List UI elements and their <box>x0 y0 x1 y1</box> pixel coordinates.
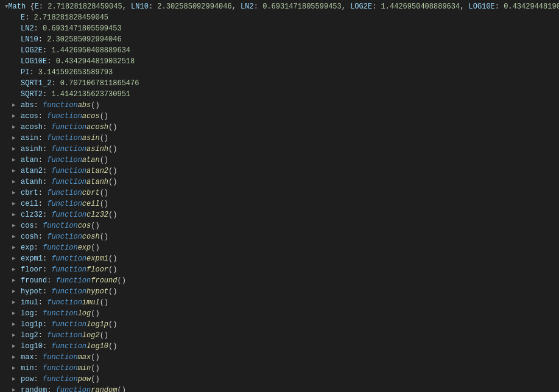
fn-acos[interactable]: ▶ acos: function acos() <box>0 111 559 122</box>
fn-exp-arrow[interactable]: ▶ <box>12 243 21 253</box>
fn-asinh-arrow[interactable]: ▶ <box>12 144 21 154</box>
fn-min[interactable]: ▶ min: function min() <box>0 363 559 374</box>
fn-floor[interactable]: ▶ floor: function floor() <box>0 264 559 275</box>
fn-pow[interactable]: ▶ pow: function pow() <box>0 374 559 385</box>
math-object-header[interactable]: ▼ Math { E: 2.718281828459045 , LN10: 2.… <box>0 1 559 12</box>
prop-e: ▶ E: 2.718281828459045 <box>0 12 559 23</box>
fn-expm1[interactable]: ▶ expm1: function expm1() <box>0 253 559 264</box>
prop-pi: ▶ PI: 3.141592653589793 <box>0 67 559 78</box>
fn-clz32-arrow[interactable]: ▶ <box>12 210 21 220</box>
fn-log10-arrow[interactable]: ▶ <box>12 341 21 351</box>
fn-log[interactable]: ▶ log: function log() <box>0 308 559 319</box>
fn-atan-arrow[interactable]: ▶ <box>12 155 21 165</box>
fn-atan2-arrow[interactable]: ▶ <box>12 166 21 176</box>
fn-acosh-arrow[interactable]: ▶ <box>12 122 21 132</box>
fn-random-arrow[interactable]: ▶ <box>12 385 21 392</box>
fn-imul-arrow[interactable]: ▶ <box>12 298 21 307</box>
fn-clz32[interactable]: ▶ clz32: function clz32() <box>0 209 559 220</box>
fn-expm1-arrow[interactable]: ▶ <box>12 254 21 264</box>
fn-max-arrow[interactable]: ▶ <box>12 352 21 362</box>
fn-log2-arrow[interactable]: ▶ <box>12 331 21 340</box>
prop-log2e: ▶ LOG2E: 1.4426950408889634 <box>0 45 559 56</box>
console-panel[interactable]: ▼ Math { E: 2.718281828459045 , LN10: 2.… <box>0 0 559 392</box>
fn-min-arrow[interactable]: ▶ <box>12 363 21 373</box>
fn-acos-arrow[interactable]: ▶ <box>12 111 21 121</box>
fn-log-arrow[interactable]: ▶ <box>12 309 21 318</box>
fn-cos[interactable]: ▶ cos: function cos() <box>0 220 559 231</box>
fn-acosh[interactable]: ▶ acosh: function acosh() <box>0 122 559 133</box>
fn-atan2[interactable]: ▶ atan2: function atan2() <box>0 166 559 177</box>
prop-sqrt2: ▶ SQRT2: 1.4142135623730951 <box>0 89 559 100</box>
fn-abs-arrow[interactable]: ▶ <box>12 100 21 110</box>
prop-log10e: ▶ LOG10E: 0.4342944819032518 <box>0 56 559 67</box>
fn-atanh[interactable]: ▶ atanh: function atanh() <box>0 177 559 187</box>
fn-log10[interactable]: ▶ log10: function log10() <box>0 341 559 352</box>
fn-atanh-arrow[interactable]: ▶ <box>12 177 21 187</box>
fn-asinh[interactable]: ▶ asinh: function asinh() <box>0 144 559 155</box>
fn-fround-arrow[interactable]: ▶ <box>12 276 21 285</box>
fn-pow-arrow[interactable]: ▶ <box>12 374 21 384</box>
fn-cos-arrow[interactable]: ▶ <box>12 221 21 231</box>
fn-cbrt[interactable]: ▶ cbrt: function cbrt() <box>0 187 559 198</box>
fn-log1p[interactable]: ▶ log1p: function log1p() <box>0 319 559 330</box>
fn-asin-arrow[interactable]: ▶ <box>12 133 21 143</box>
fn-exp[interactable]: ▶ exp: function exp() <box>0 242 559 253</box>
fn-ceil-arrow[interactable]: ▶ <box>12 199 21 209</box>
fn-hypot[interactable]: ▶ hypot: function hypot() <box>0 286 559 297</box>
fn-random[interactable]: ▶ random: function random() <box>0 385 559 392</box>
fn-log2[interactable]: ▶ log2: function log2() <box>0 330 559 341</box>
fn-atan[interactable]: ▶ atan: function atan() <box>0 155 559 166</box>
fn-asin[interactable]: ▶ asin: function asin() <box>0 133 559 144</box>
fn-ceil[interactable]: ▶ ceil: function ceil() <box>0 198 559 209</box>
fn-cbrt-arrow[interactable]: ▶ <box>12 188 21 198</box>
fn-cosh-arrow[interactable]: ▶ <box>12 232 21 242</box>
fn-abs[interactable]: ▶ abs: function abs() <box>0 100 559 111</box>
fn-log1p-arrow[interactable]: ▶ <box>12 320 21 329</box>
fn-cosh[interactable]: ▶ cosh: function cosh() <box>0 231 559 242</box>
fn-hypot-arrow[interactable]: ▶ <box>12 287 21 296</box>
prop-sqrt12: ▶ SQRT1_2: 0.7071067811865476 <box>0 78 559 89</box>
fn-max[interactable]: ▶ max: function max() <box>0 352 559 363</box>
prop-ln10: ▶ LN10: 2.302585092994046 <box>0 34 559 45</box>
prop-ln2: ▶ LN2: 0.6931471805599453 <box>0 23 559 34</box>
fn-fround[interactable]: ▶ fround: function fround() <box>0 275 559 286</box>
fn-imul[interactable]: ▶ imul: function imul() <box>0 297 559 308</box>
fn-floor-arrow[interactable]: ▶ <box>12 265 21 275</box>
